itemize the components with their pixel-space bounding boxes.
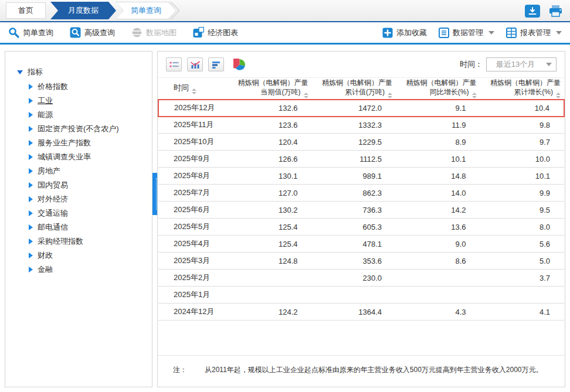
data-management-button[interactable]: 数据管理 xyxy=(439,28,494,38)
sidebar-item-real-estate[interactable]: 房地产 xyxy=(29,164,152,178)
triangle-right-icon xyxy=(29,267,33,272)
column-header-cumulative-value[interactable]: 精炼铜（电解铜）产量 累计值(万吨) xyxy=(312,78,396,100)
indicator-tree: 指标 价格指数 工业 能源 固定资产投资(不含农户) 服务业生产指数 城镇调查失… xyxy=(5,52,152,277)
table-row[interactable]: 2025年4月125.4478.19.05.6 xyxy=(158,236,564,253)
table-row[interactable]: 2025年10月120.41229.58.99.7 xyxy=(158,134,564,151)
download-button[interactable] xyxy=(525,5,540,18)
table-row[interactable]: 2025年1月 xyxy=(158,287,564,304)
advanced-query-button[interactable]: 高级查询 xyxy=(70,27,115,38)
main-panel: 时间： 最近13个月 时间 精炼铜（电解铜）产量 当期值(万吨) xyxy=(157,51,565,387)
sidebar-item-energy[interactable]: 能源 xyxy=(29,108,152,122)
sidebar-item-price-index[interactable]: 价格指数 xyxy=(29,80,152,94)
economic-charts-label: 经济图表 xyxy=(208,28,238,38)
tab-monthly-data[interactable]: 月度数据 xyxy=(50,2,116,19)
triangle-right-icon xyxy=(29,112,33,118)
sidebar-item-post-telecom[interactable]: 邮电通信 xyxy=(29,220,152,234)
sidebar-item-transport[interactable]: 交通运输 xyxy=(29,206,152,220)
header-actions xyxy=(525,5,563,20)
data-map-label: 数据地图 xyxy=(146,28,177,38)
triangle-right-icon xyxy=(29,154,33,160)
data-map-icon xyxy=(131,27,142,38)
column-header-time[interactable]: 时间 xyxy=(158,78,228,100)
horizontal-bar-icon xyxy=(211,60,222,69)
data-table: 时间 精炼铜（电解铜）产量 当期值(万吨) 精炼铜（电解铜）产量 累计值(万吨)… xyxy=(158,77,565,321)
chevron-down-icon xyxy=(556,31,562,35)
triangle-right-icon xyxy=(29,168,33,174)
data-management-label: 数据管理 xyxy=(453,28,483,38)
sidebar-item-foreign-economy[interactable]: 对外经济 xyxy=(29,192,152,206)
tab-simple-query-label: 简单查询 xyxy=(131,5,161,16)
pie-chart-icon xyxy=(233,59,246,71)
economic-charts-button[interactable]: 经济图表 xyxy=(193,27,238,38)
time-filter: 时间： 最近13个月 xyxy=(460,57,557,71)
triangle-right-icon xyxy=(29,224,33,230)
triangle-right-icon xyxy=(29,238,33,244)
table-row[interactable]: 2025年6月130.2736.314.29.5 xyxy=(158,202,564,219)
tab-home-label: 首页 xyxy=(18,5,33,16)
bar-chart-icon xyxy=(190,60,201,69)
footnote-label: 注： xyxy=(173,365,187,387)
triangle-right-icon xyxy=(29,182,33,188)
sidebar-item-fiscal[interactable]: 财政 xyxy=(29,248,152,263)
bar-chart-view-button[interactable] xyxy=(187,57,203,71)
triangle-right-icon xyxy=(29,210,33,216)
time-range-select[interactable]: 最近13个月 xyxy=(486,57,557,71)
triangle-right-icon xyxy=(29,140,33,146)
column-header-yoy-growth[interactable]: 精炼铜（电解铜）产量 同比增长(%) xyxy=(396,78,480,100)
add-favorite-button[interactable]: 添加收藏 xyxy=(382,28,427,38)
print-button[interactable] xyxy=(548,5,563,20)
table-row[interactable]: 2025年7月127.0862.314.09.9 xyxy=(158,185,564,202)
triangle-right-icon xyxy=(29,126,33,132)
table-row[interactable]: 2025年11月123.61332.311.99.8 xyxy=(158,117,564,134)
plus-icon xyxy=(382,28,393,38)
view-toolbar: 时间： 最近13个月 xyxy=(158,52,565,77)
economic-chart-icon xyxy=(193,27,204,38)
table-row[interactable]: 2025年9月126.61112.510.110.0 xyxy=(158,151,564,168)
report-management-label: 报表管理 xyxy=(520,28,551,38)
sidebar-item-finance[interactable]: 金融 xyxy=(29,263,152,277)
table-row[interactable]: 2025年5月125.4605.313.68.0 xyxy=(158,219,564,236)
simple-query-label: 简单查询 xyxy=(23,28,53,38)
sort-icon xyxy=(388,93,392,98)
data-map-button: 数据地图 xyxy=(131,27,177,38)
report-management-button[interactable]: 报表管理 xyxy=(506,28,562,38)
tab-simple-query[interactable]: 简单查询 xyxy=(116,2,177,19)
sidebar-item-industry[interactable]: 工业 xyxy=(29,94,152,108)
sidebar-item-pmi[interactable]: 采购经理指数 xyxy=(29,234,152,248)
table-view-button[interactable] xyxy=(166,57,182,71)
sidebar-item-unemployment[interactable]: 城镇调查失业率 xyxy=(29,150,152,164)
advanced-query-label: 高级查询 xyxy=(84,28,115,38)
triangle-right-icon xyxy=(29,98,33,104)
time-filter-label: 时间： xyxy=(460,59,483,70)
download-icon xyxy=(528,7,537,15)
triangle-right-icon xyxy=(29,84,33,90)
tree-root-label: 指标 xyxy=(28,67,43,77)
time-range-value: 最近13个月 xyxy=(487,59,544,70)
sidebar-item-fixed-investment[interactable]: 固定资产投资(不含农户) xyxy=(29,122,152,136)
table-row[interactable]: 2024年12月124.21364.44.34.1 xyxy=(158,304,564,321)
indicator-sidebar: 指标 价格指数 工业 能源 固定资产投资(不含农户) 服务业生产指数 城镇调查失… xyxy=(5,51,152,387)
table-row[interactable]: 2025年3月124.8353.68.65.0 xyxy=(158,253,564,270)
tab-home[interactable]: 首页 xyxy=(6,2,46,19)
add-favorite-label: 添加收藏 xyxy=(396,28,427,38)
page: 首页 月度数据 简单查询 xyxy=(0,0,570,392)
triangle-right-icon xyxy=(29,253,33,258)
horizontal-bar-view-button[interactable] xyxy=(208,57,224,71)
column-header-cumulative-growth[interactable]: 精炼铜（电解铜）产量 累计增长(%) xyxy=(480,78,565,100)
sidebar-item-service-index[interactable]: 服务业生产指数 xyxy=(29,136,152,150)
sort-icon xyxy=(192,88,196,94)
tree-root-indicators[interactable]: 指标 xyxy=(17,64,152,80)
data-manage-icon xyxy=(439,28,449,38)
table-row[interactable]: 2025年12月132.61472.09.110.4 xyxy=(158,100,564,117)
triangle-right-icon xyxy=(29,196,33,202)
sort-icon xyxy=(304,93,308,98)
pie-chart-view-button[interactable] xyxy=(232,57,247,71)
table-row[interactable]: 2025年8月130.1989.114.810.1 xyxy=(158,168,564,185)
toolbar-right-group: 添加收藏 数据管理 报表管理 xyxy=(371,28,562,38)
simple-query-button[interactable]: 简单查询 xyxy=(8,27,53,38)
table-header-row: 时间 精炼铜（电解铜）产量 当期值(万吨) 精炼铜（电解铜）产量 累计值(万吨)… xyxy=(158,78,564,100)
table-row[interactable]: 2025年2月230.03.7 xyxy=(158,270,564,287)
sidebar-item-domestic-trade[interactable]: 国内贸易 xyxy=(29,178,152,192)
column-header-current-value[interactable]: 精炼铜（电解铜）产量 当期值(万吨) xyxy=(228,78,312,100)
table-view-icon xyxy=(169,60,179,69)
